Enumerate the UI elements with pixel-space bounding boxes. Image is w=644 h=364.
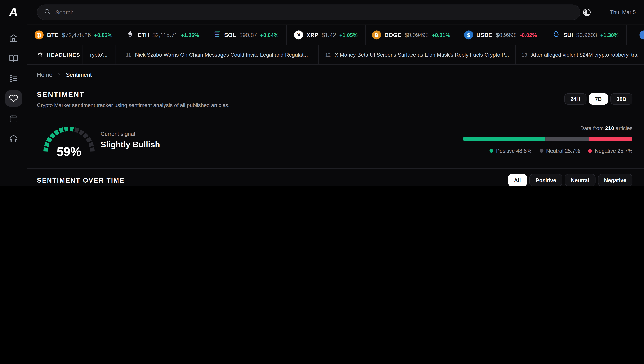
ticker-symbol: ETH: [138, 32, 149, 38]
star-icon: [37, 51, 43, 58]
headline-text: rypto'...: [90, 52, 107, 58]
gauge-percent: 59%: [42, 145, 96, 159]
usdc-coin-icon: $: [464, 30, 473, 39]
ticker-symbol: BTC: [47, 32, 59, 38]
ticker-symbol: SOL: [224, 32, 236, 38]
search-icon: [44, 8, 51, 16]
ticker-price: $1.42: [321, 32, 336, 38]
ticker-symbol: USDC: [476, 32, 493, 38]
headline-text: Nick Szabo Warns On-Chain Messages Could…: [135, 52, 308, 58]
headline-item[interactable]: rypto'...: [82, 45, 115, 64]
ticker-item-eth[interactable]: ETH$2,115.71+1.86%: [120, 25, 205, 45]
ticker-symbol: DOGE: [384, 32, 401, 38]
distribution-segment-negative: [589, 137, 632, 141]
ticker-item-doge[interactable]: ĐDOGE$0.09498+0.81%: [366, 25, 457, 45]
sidebar-item-calendar[interactable]: [9, 108, 18, 128]
main-area: Thu, Mar 5 ₿BTC$72,478.26+0.83%ETH$2,115…: [27, 0, 644, 186]
headlines-bar: HEADLINES rypto'...11Nick Szabo Warns On…: [27, 45, 644, 65]
range-button-30d[interactable]: 30D: [610, 93, 632, 104]
ticker-item-usdc[interactable]: $USDC$0.9998-0.02%: [457, 25, 544, 45]
sidebar: A JO: [0, 0, 27, 186]
btc-coin-icon: ₿: [35, 30, 44, 39]
headline-item[interactable]: 11Nick Szabo Warns On-Chain Messages Cou…: [115, 45, 318, 64]
filter-button-all[interactable]: All: [508, 174, 527, 186]
ticker-symbol: XRP: [306, 32, 318, 38]
ticker-item-partial[interactable]: [627, 25, 644, 45]
list-icon: [9, 74, 18, 83]
legend-item-negative: Negative 25.7%: [588, 148, 632, 154]
book-open-icon: [9, 54, 18, 62]
ticker-price: $0.09498: [405, 32, 429, 38]
ticker-item-sui[interactable]: SUI$0.9603+1.30%: [544, 25, 627, 45]
ticker-item-sol[interactable]: SOL$90.87+0.64%: [205, 25, 287, 45]
page-subtitle: Crypto Market sentiment tracker using se…: [37, 102, 230, 108]
current-signal-section: 59% Current signal Slightly Bullish Data…: [27, 117, 644, 168]
sol-coin-icon: [213, 30, 221, 40]
eth-coin-icon: [126, 30, 134, 40]
signal-label: Current signal: [101, 131, 160, 137]
ticker-item-xrp[interactable]: ✕XRP$1.42+1.05%: [287, 25, 366, 45]
legend-label: Neutral 25.7%: [546, 148, 580, 154]
breadcrumb-current: Sentiment: [66, 71, 92, 78]
filter-button-neutral[interactable]: Neutral: [565, 174, 595, 186]
sentiment-over-time-section: 0%25%50%75%100%3/24/25/26/27/28/29/210/2…: [27, 168, 644, 186]
distribution-block: Data from 210 articles Positive 48.6%Neu…: [463, 125, 632, 154]
headline-text: X Money Beta UI Screens Surface as Elon …: [335, 52, 509, 58]
ticker-change: +1.30%: [600, 32, 619, 38]
articles-source: Data from 210 articles: [463, 125, 632, 131]
ticker-price: $72,478.26: [62, 32, 91, 38]
ticker-price: $90.87: [239, 32, 257, 38]
headphones-icon: [9, 134, 18, 143]
breadcrumb-home-link[interactable]: Home: [37, 71, 52, 78]
top-bar: Thu, Mar 5: [27, 0, 644, 25]
signal-value: Slightly Bullish: [101, 140, 160, 149]
doge-coin-icon: Đ: [372, 30, 381, 39]
ticker-symbol: SUI: [563, 32, 573, 38]
ticker-change: +1.05%: [339, 32, 358, 38]
sui-coin-icon: [552, 30, 560, 40]
sidebar-item-book-open[interactable]: [9, 48, 18, 68]
ticker-change: -0.02%: [520, 32, 537, 38]
ticker-item-btc[interactable]: ₿BTC$72,478.26+0.83%: [27, 25, 120, 45]
ticker-change: +0.64%: [260, 32, 278, 38]
legend-label: Positive 48.6%: [496, 148, 531, 154]
legend-dot: [539, 149, 543, 153]
sentiment-gauge: 59%: [42, 124, 96, 157]
filter-button-positive[interactable]: Positive: [529, 174, 562, 186]
home-icon: [9, 34, 18, 42]
sidebar-item-list[interactable]: [9, 68, 18, 88]
headlines-label: HEADLINES: [27, 45, 82, 64]
signal-text: Current signal Slightly Bullish: [101, 131, 160, 149]
articles-count: 210: [605, 125, 614, 131]
heart-icon: [9, 94, 18, 103]
ticker-change: +1.86%: [181, 32, 199, 38]
sidebar-item-headphones[interactable]: [9, 128, 18, 148]
filter-button-negative[interactable]: Negative: [598, 174, 632, 186]
headlines-items: rypto'...11Nick Szabo Warns On-Chain Mes…: [82, 45, 644, 64]
xrp-coin-icon: ✕: [294, 30, 303, 39]
time-range-buttons: 24H7D30D: [564, 93, 632, 104]
theme-toggle-moon-icon[interactable]: [582, 8, 591, 17]
range-button-7d[interactable]: 7D: [589, 93, 608, 104]
legend-dot: [588, 149, 592, 153]
sentiment-distribution-bar: [463, 137, 632, 141]
legend-label: Negative 25.7%: [595, 148, 632, 154]
app-logo[interactable]: A: [0, 0, 27, 25]
sentiment-filter-buttons: AllPositiveNeutralNegative: [508, 174, 632, 186]
sidebar-item-home[interactable]: [9, 28, 18, 48]
calendar-icon: [9, 114, 18, 123]
search-input[interactable]: [55, 8, 573, 16]
distribution-segment-positive: [463, 137, 546, 141]
sidebar-item-heart[interactable]: [6, 88, 22, 108]
search-box: [37, 4, 580, 20]
range-button-24h[interactable]: 24H: [564, 93, 586, 104]
headline-text: After alleged violent $24M crypto robber…: [531, 52, 638, 58]
ticker-price: $2,115.71: [152, 32, 178, 38]
page-header: SENTIMENT Crypto Market sentiment tracke…: [27, 85, 644, 117]
ticker-price: $0.9998: [496, 32, 517, 38]
breadcrumb: Home Sentiment: [27, 65, 644, 85]
headline-item[interactable]: 13After alleged violent $24M crypto robb…: [515, 45, 644, 64]
headline-item[interactable]: 12X Money Beta UI Screens Surface as Elo…: [318, 45, 515, 64]
ticker-change: +0.81%: [432, 32, 450, 38]
page-title: SENTIMENT: [37, 91, 85, 99]
